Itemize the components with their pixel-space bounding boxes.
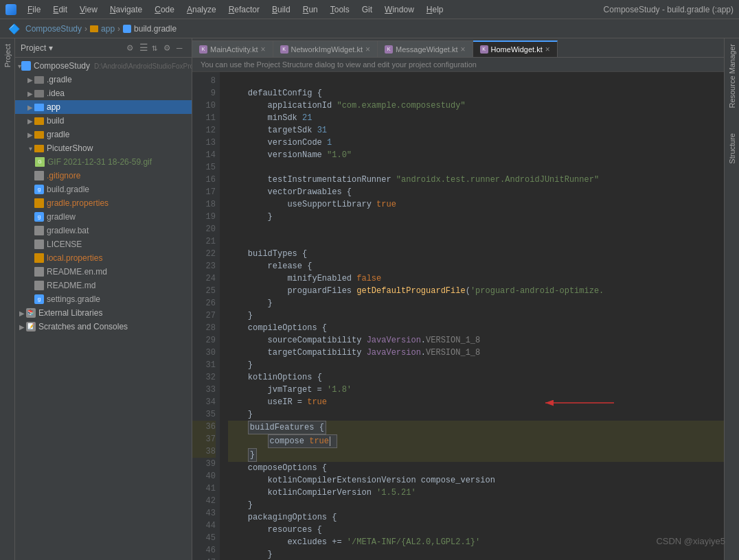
main-layout: Project Project ▾ ⚙ ☰ ⇅ ⚙ — ▾ ComposeStu… xyxy=(0,38,739,560)
code-line-41: kotlinCompilerVersion '1.5.21' xyxy=(228,487,724,499)
item-label: build xyxy=(47,116,64,126)
tab-homewidget[interactable]: K HomeWidget.kt × xyxy=(473,40,558,57)
license-icon xyxy=(34,240,44,249)
tree-gradle-folder[interactable]: ▶ gradle xyxy=(15,128,192,141)
cog-icon[interactable]: ⚙ xyxy=(127,43,137,53)
menu-navigate[interactable]: Navigate xyxy=(104,3,148,16)
menu-refactor[interactable]: Refactor xyxy=(223,3,265,16)
menu-edit[interactable]: Edit xyxy=(47,3,73,16)
menu-file[interactable]: File xyxy=(22,3,46,16)
root-label: ComposeStudy xyxy=(34,61,90,71)
code-line-37: compose true xyxy=(228,434,724,448)
project-tab[interactable]: Project xyxy=(2,38,13,73)
close-icon[interactable]: × xyxy=(461,45,466,54)
tree-build-gradle[interactable]: g build.gradle xyxy=(15,183,192,196)
tree-gradlew[interactable]: g gradlew xyxy=(15,210,192,224)
code-line-44: resources { xyxy=(228,524,724,536)
code-line-34: useIR = true xyxy=(228,396,724,408)
kt-icon: K xyxy=(385,45,393,54)
code-line-29: sourceCompatibility JavaVersion.VERSION_… xyxy=(228,334,724,347)
arrow-icon: ▶ xyxy=(26,76,34,84)
structure-tab[interactable]: Structure xyxy=(727,128,738,170)
code-line-17: vectorDrawables { xyxy=(228,186,724,198)
tree-scratches[interactable]: ▶ 📝 Scratches and Consoles xyxy=(15,320,192,334)
code-editor[interactable]: 89101112 1314151617 1819202122 232425262… xyxy=(192,72,724,560)
code-line-27: } xyxy=(228,310,724,322)
code-line-43: packagingOptions { xyxy=(228,511,724,524)
tree-license[interactable]: LICENSE xyxy=(15,237,192,251)
kt-icon: K xyxy=(280,45,288,54)
code-content[interactable]: defaultConfig { applicationId "com.examp… xyxy=(220,72,724,560)
watermark-text: CSDN @xiayiye5 xyxy=(656,536,725,546)
tree-local-properties[interactable]: local.properties xyxy=(15,251,192,265)
panel-icons: ⚙ ☰ ⇅ ⚙ — xyxy=(127,43,186,53)
tree-gitignore[interactable]: .gitignore xyxy=(15,169,192,183)
gif-icon: G xyxy=(35,157,45,167)
close-icon[interactable]: × xyxy=(260,45,265,54)
settings-icon[interactable]: ⚙ xyxy=(164,43,174,53)
tree-gradle-properties[interactable]: gradle.properties xyxy=(15,196,192,210)
code-line-22: buildTypes { xyxy=(228,248,724,260)
menu-build[interactable]: Build xyxy=(266,3,296,16)
close-icon[interactable]: × xyxy=(365,45,370,54)
tree-idea-dir[interactable]: ▶ .idea xyxy=(15,86,192,100)
tree-build-dir[interactable]: ▶ build xyxy=(15,114,192,128)
menu-git[interactable]: Git xyxy=(356,3,378,16)
app-title: ComposeStudy - build.gradle (:app) xyxy=(604,5,734,14)
tree-root[interactable]: ▾ ComposeStudy D:\Android\AndroidStudioF… xyxy=(15,59,192,73)
breadcrumb-app[interactable]: app xyxy=(101,24,115,34)
tree-gif-file[interactable]: G GIF 2021-12-31 18-26-59.gif xyxy=(15,155,192,169)
tree-gradlew-bat[interactable]: gradlew.bat xyxy=(15,224,192,237)
tree-settings-gradle[interactable]: g settings.gradle xyxy=(15,292,192,306)
tree-picuter-dir[interactable]: ▾ PicuterShow xyxy=(15,141,192,155)
code-line-18: useSupportLibrary true xyxy=(228,198,724,211)
menu-help[interactable]: Help xyxy=(421,3,449,16)
tab-messagewidget[interactable]: K MessageWidget.kt × xyxy=(378,40,473,57)
item-label: app xyxy=(47,102,60,112)
tab-networkimgwidget[interactable]: K NetworkImgWidget.kt × xyxy=(273,40,378,57)
menu-code[interactable]: Code xyxy=(149,3,180,16)
bat-icon xyxy=(34,226,44,235)
code-line-40: kotlinCompilerExtensionVersion compose_v… xyxy=(228,474,724,487)
close-icon[interactable]: × xyxy=(545,45,550,54)
tree-readme-en[interactable]: README.en.md xyxy=(15,265,192,279)
code-line-20 xyxy=(228,223,724,235)
folder-icon xyxy=(34,117,44,125)
minimize-icon[interactable]: — xyxy=(177,43,186,53)
project-header: Project ▾ ⚙ ☰ ⇅ ⚙ — xyxy=(15,38,192,58)
breadcrumb-folder-icon xyxy=(90,25,98,32)
tree-gradle-dir[interactable]: ▶ .gradle xyxy=(15,73,192,86)
item-label: build.gradle xyxy=(47,185,89,194)
filter-icon[interactable]: ⇅ xyxy=(152,43,161,53)
resource-manager-tab[interactable]: Resource Manager xyxy=(727,38,738,114)
readme-icon xyxy=(34,281,44,290)
item-label: .idea xyxy=(47,89,65,98)
code-line-46: } xyxy=(228,548,724,560)
code-line-31: } xyxy=(228,359,724,371)
arrow-annotation xyxy=(538,389,641,417)
tree-app-dir[interactable]: ▶ app xyxy=(15,100,192,114)
tree-readme[interactable]: README.md xyxy=(15,279,192,292)
menu-view[interactable]: View xyxy=(74,3,103,16)
menu-tools[interactable]: Tools xyxy=(325,3,355,16)
breadcrumb-root[interactable]: ComposeStudy xyxy=(25,24,82,34)
item-label: PicuterShow xyxy=(47,143,93,153)
tree-external-libs[interactable]: ▶ 📚 External Libraries xyxy=(15,306,192,320)
code-line-24: minifyEnabled false xyxy=(228,272,724,285)
arrow-icon: ▶ xyxy=(18,310,26,317)
code-line-38: } xyxy=(228,448,724,462)
code-line-11: minSdk 21 xyxy=(228,112,724,124)
code-line-23: release { xyxy=(228,260,724,272)
line-numbers: 89101112 1314151617 1819202122 232425262… xyxy=(192,72,220,560)
menu-analyze[interactable]: Analyze xyxy=(181,3,222,16)
item-label: local.properties xyxy=(47,253,102,263)
menu-window[interactable]: Window xyxy=(379,3,420,16)
tab-label: MainActivity.kt xyxy=(210,45,258,54)
list-icon[interactable]: ☰ xyxy=(139,43,149,53)
tab-mainactivity[interactable]: K MainActivity.kt × xyxy=(192,40,273,57)
project-panel-title: Project ▾ xyxy=(21,43,127,53)
item-label: LICENSE xyxy=(47,240,82,249)
tab-label: NetworkImgWidget.kt xyxy=(291,45,363,54)
item-label: GIF 2021-12-31 18-26-59.gif xyxy=(47,157,152,167)
menu-run[interactable]: Run xyxy=(297,3,323,16)
